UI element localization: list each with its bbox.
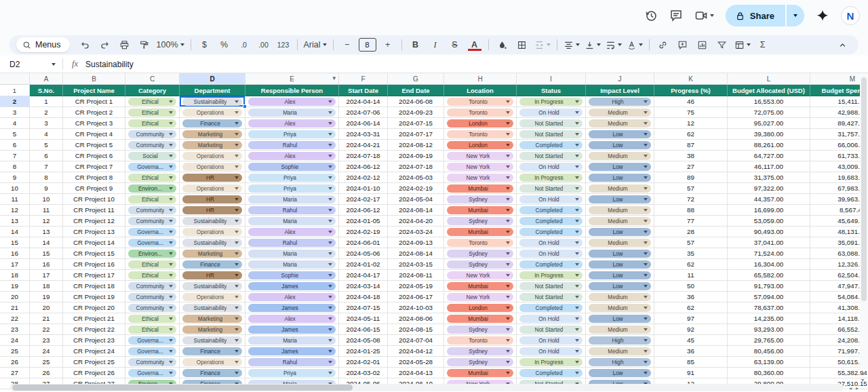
cell-department[interactable]: Sustainability — [180, 216, 245, 227]
cell-end-date[interactable]: 2024-04-13 — [388, 368, 444, 378]
cell-department[interactable]: Sustainability — [180, 335, 245, 346]
cell-impact[interactable]: Medium — [586, 151, 654, 161]
cell-project-name[interactable]: CR Project 14 — [63, 237, 125, 248]
cell-budget-allocated[interactable]: 71,524.00 — [728, 248, 810, 259]
impact-chip[interactable]: Medium — [589, 184, 651, 193]
cell-end-date[interactable]: 2024-08-06 — [388, 313, 444, 324]
cell-impact[interactable]: Low — [586, 129, 654, 140]
status-chip[interactable]: Not Started — [519, 326, 583, 334]
cell-project-name[interactable]: CR Project 4 — [63, 129, 125, 140]
cell-person[interactable]: Rahul — [245, 357, 339, 368]
cell-category[interactable]: Community — [125, 129, 180, 140]
cell-category[interactable]: Community — [125, 281, 180, 292]
cell-budget-allocated[interactable]: 16,553.00 — [728, 96, 810, 107]
cell-start-date[interactable]: 2024-04-17 — [339, 270, 388, 281]
row-number-5[interactable]: 5 — [0, 129, 30, 140]
cell-category[interactable]: Community — [125, 292, 180, 302]
cell-location[interactable]: Sydney — [444, 324, 517, 335]
cell-category[interactable]: Ethical — [125, 259, 180, 270]
column-letter-G[interactable]: G — [388, 73, 444, 85]
cell-status[interactable]: On Hold — [517, 237, 586, 248]
location-chip[interactable]: Mumbai — [447, 206, 513, 214]
cell-location[interactable]: Toronto — [444, 237, 517, 248]
bold-icon[interactable]: B — [406, 37, 425, 53]
cell-progress[interactable]: 36 — [654, 292, 728, 302]
department-chip[interactable]: Operations — [182, 358, 242, 366]
cell-person[interactable]: Alex — [245, 96, 339, 107]
status-chip[interactable]: Completed — [519, 206, 583, 214]
collapse-toolbar-icon[interactable] — [833, 37, 852, 53]
cell-end-date[interactable]: 2024-05-04 — [388, 194, 444, 205]
column-letter-C[interactable]: C — [125, 73, 180, 85]
cell-location[interactable]: Toronto — [444, 107, 517, 118]
cell-department[interactable]: Marketing — [180, 129, 245, 140]
impact-chip[interactable]: Low — [589, 250, 651, 258]
cell-serial[interactable]: 14 — [30, 237, 63, 248]
cell-serial[interactable]: 10 — [30, 194, 63, 205]
cell-end-date[interactable]: 2024-07-17 — [388, 129, 444, 140]
cell-project-name[interactable]: CR Project 13 — [63, 227, 125, 237]
cell-project-name[interactable]: CR Project 9 — [63, 183, 125, 194]
format-currency-icon[interactable]: $ — [195, 37, 214, 53]
impact-chip[interactable]: Low — [589, 195, 651, 203]
impact-chip[interactable]: Low — [589, 260, 651, 269]
cell-department[interactable]: HR — [180, 194, 245, 205]
impact-chip[interactable]: Low — [589, 130, 651, 138]
cell-budget-allocated[interactable]: 53,059.00 — [728, 216, 810, 227]
cell-serial[interactable]: 16 — [30, 259, 63, 270]
cell-start-date[interactable]: 2024-07-06 — [339, 107, 388, 118]
status-chip[interactable]: On Hold — [519, 347, 583, 355]
person-chip[interactable]: James — [248, 347, 336, 355]
cell-department[interactable]: Operations — [180, 227, 245, 237]
location-chip[interactable]: Mumbai — [447, 369, 513, 377]
cell-impact[interactable]: Low — [586, 259, 654, 270]
cell-budget-allocated[interactable]: 93,293.00 — [728, 324, 810, 335]
status-chip[interactable]: Completed — [519, 304, 583, 312]
cell-category[interactable]: Governa... — [125, 346, 180, 357]
cell-budget-allocated[interactable]: 95,027.00 — [728, 118, 810, 129]
merge-cells-icon[interactable] — [532, 37, 553, 53]
cell-budget-allocated[interactable]: 29,765.00 — [728, 335, 810, 346]
department-chip[interactable]: Operations — [182, 293, 242, 301]
cell-category[interactable]: Governa... — [125, 237, 180, 248]
cell-status[interactable]: In Progress — [517, 357, 586, 368]
cell-budget-allocated[interactable]: 80,360.00 — [728, 368, 810, 378]
cell-department[interactable]: Operations — [180, 357, 245, 368]
cell-end-date[interactable]: 2024-07-18 — [388, 161, 444, 172]
cell-person[interactable]: Rahul — [245, 237, 339, 248]
row-number-17[interactable]: 17 — [0, 259, 30, 270]
cell-status[interactable]: Completed — [517, 368, 586, 378]
cell-project-name[interactable]: CR Project 25 — [63, 357, 125, 368]
person-chip[interactable]: Alex — [248, 228, 336, 236]
cell-start-date[interactable]: 2024-01-05 — [339, 216, 388, 227]
cell-start-date[interactable]: 2024-04-18 — [339, 292, 388, 302]
cell-department[interactable]: Marketing — [180, 324, 245, 335]
cell-location[interactable]: New York — [444, 292, 517, 302]
cell-category[interactable]: Community — [125, 302, 180, 313]
person-chip[interactable]: James — [248, 282, 336, 290]
cell-status[interactable]: On Hold — [517, 248, 586, 259]
category-chip[interactable]: Ethical — [128, 271, 176, 279]
location-chip[interactable]: New York — [447, 271, 513, 279]
location-chip[interactable]: Toronto — [447, 130, 513, 138]
row-number-10[interactable]: 10 — [0, 183, 30, 194]
category-chip[interactable]: Community — [128, 206, 176, 214]
cell-status[interactable]: Not Started — [517, 118, 586, 129]
cell-budget-allocated[interactable]: 78,637.00 — [728, 302, 810, 313]
cell-location[interactable]: Mumbai — [444, 281, 517, 292]
cell-serial[interactable]: 22 — [30, 324, 63, 335]
person-chip[interactable]: Priya — [248, 130, 336, 138]
category-chip[interactable]: Environ... — [128, 250, 176, 258]
cell-impact[interactable]: High — [586, 96, 654, 107]
cell-department[interactable]: Sustainability — [180, 96, 245, 107]
cell-budget-allocated[interactable]: 80,456.00 — [728, 346, 810, 357]
cell-progress[interactable]: 57 — [654, 237, 728, 248]
status-chip[interactable]: Completed — [519, 369, 583, 377]
impact-chip[interactable]: Low — [589, 228, 651, 236]
cell-serial[interactable]: 15 — [30, 248, 63, 259]
cell-status[interactable]: Completed — [517, 227, 586, 237]
location-chip[interactable]: Mumbai — [447, 184, 513, 193]
cell-person[interactable]: Alex — [245, 292, 339, 302]
cell-progress[interactable]: 62 — [654, 259, 728, 270]
italic-icon[interactable]: I — [426, 37, 445, 53]
